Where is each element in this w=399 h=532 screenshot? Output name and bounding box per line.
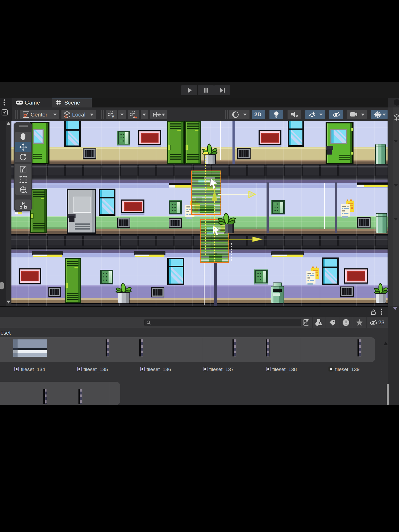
svg-text:Y: Y [111, 114, 115, 118]
